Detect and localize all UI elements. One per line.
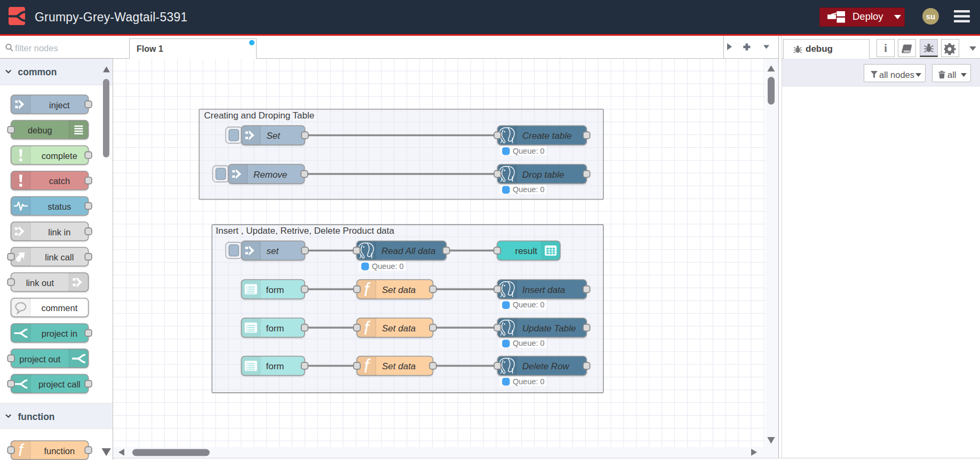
svg-text:Update Table: Update Table bbox=[522, 323, 576, 334]
svg-text:Queue: 0: Queue: 0 bbox=[513, 147, 545, 155]
svg-text:Set data: Set data bbox=[382, 361, 416, 371]
svg-text:form: form bbox=[266, 361, 284, 371]
svg-text:complete: complete bbox=[42, 151, 77, 161]
svg-text:Creating and Droping Table: Creating and Droping Table bbox=[204, 110, 315, 121]
svg-text:set: set bbox=[267, 246, 280, 256]
svg-text:status: status bbox=[47, 202, 71, 211]
svg-text:Queue: 0: Queue: 0 bbox=[513, 339, 545, 347]
svg-text:function: function bbox=[18, 411, 55, 422]
svg-text:link out: link out bbox=[26, 278, 54, 288]
svg-text:Queue: 0: Queue: 0 bbox=[513, 377, 545, 386]
svg-text:form: form bbox=[266, 323, 284, 334]
svg-text:common: common bbox=[18, 67, 57, 77]
svg-text:Queue: 0: Queue: 0 bbox=[513, 300, 545, 309]
svg-text:filter nodes: filter nodes bbox=[15, 43, 58, 53]
svg-text:result: result bbox=[515, 246, 538, 256]
svg-text:Set data: Set data bbox=[382, 323, 416, 334]
svg-text:link call: link call bbox=[45, 252, 74, 262]
svg-text:Read All data: Read All data bbox=[381, 246, 435, 256]
svg-text:Insert data: Insert data bbox=[522, 285, 565, 295]
svg-text:project call: project call bbox=[38, 379, 81, 389]
svg-text:Insert , Update, Retrive, Dele: Insert , Update, Retrive, Delete Product… bbox=[216, 226, 395, 236]
svg-text:Remove: Remove bbox=[253, 170, 287, 180]
svg-text:Delete Row: Delete Row bbox=[522, 361, 570, 371]
svg-text:comment: comment bbox=[41, 303, 77, 313]
svg-text:Drop table: Drop table bbox=[522, 170, 564, 180]
svg-text:function: function bbox=[44, 446, 75, 456]
svg-text:form: form bbox=[266, 285, 284, 295]
svg-text:Set: Set bbox=[267, 131, 281, 141]
svg-text:link in: link in bbox=[48, 227, 70, 237]
svg-text:catch: catch bbox=[49, 176, 70, 186]
svg-text:Queue: 0: Queue: 0 bbox=[513, 185, 545, 194]
svg-text:project in: project in bbox=[42, 329, 77, 338]
svg-text:Create table: Create table bbox=[522, 131, 572, 141]
svg-text:debug: debug bbox=[28, 125, 52, 135]
svg-text:project out: project out bbox=[19, 354, 60, 364]
svg-text:Set data: Set data bbox=[382, 285, 416, 295]
svg-text:Queue: 0: Queue: 0 bbox=[372, 262, 404, 271]
svg-text:inject: inject bbox=[49, 100, 70, 110]
